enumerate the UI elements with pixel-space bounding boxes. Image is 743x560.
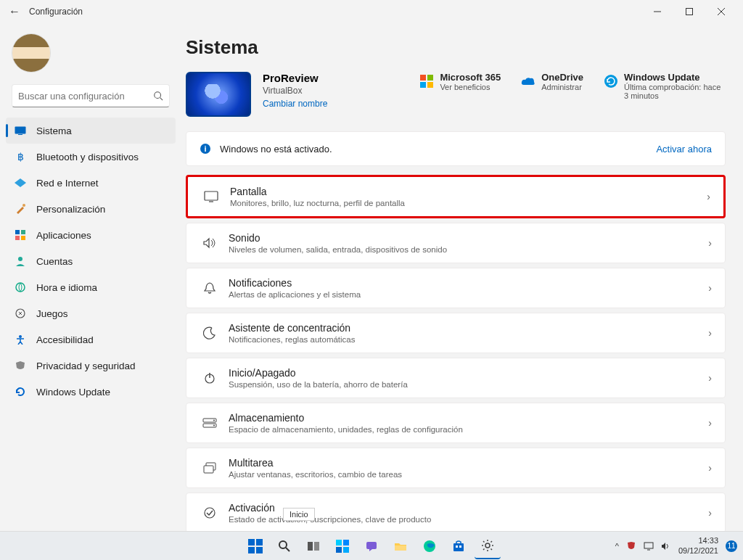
svg-rect-36 (256, 539, 263, 545)
sidebar-item-bluetooth[interactable]: ฿ Bluetooth y dispositivos (6, 144, 176, 170)
chevron-right-icon: › (708, 417, 712, 429)
onedrive-card[interactable]: OneDriveAdministrar (521, 72, 583, 91)
edge-button[interactable] (416, 533, 443, 559)
minimize-button[interactable] (641, 0, 673, 23)
svg-text:i: i (204, 144, 206, 153)
svg-rect-44 (343, 540, 349, 545)
svg-rect-9 (15, 230, 20, 234)
svg-point-34 (205, 508, 215, 518)
svg-point-31 (213, 425, 215, 427)
sidebar-item-label: Aplicaciones (36, 230, 91, 241)
widgets-button[interactable] (329, 533, 356, 559)
maximize-button[interactable] (673, 0, 705, 23)
ms365-card[interactable]: Microsoft 365Ver beneficios (419, 72, 501, 91)
rename-link[interactable]: Cambiar nombre (263, 99, 327, 109)
update-icon (15, 386, 26, 398)
settings-button[interactable] (475, 533, 501, 559)
svg-rect-33 (204, 466, 213, 473)
banner-text: Windows no está activado. (220, 144, 332, 155)
sidebar-item-time[interactable]: Hora e idioma (6, 274, 176, 300)
shield-icon (15, 360, 26, 371)
device-sub: VirtualBox (263, 86, 327, 96)
svg-point-14 (16, 283, 25, 292)
sidebar-item-personalization[interactable]: Personalización (6, 196, 176, 222)
tray-volume-icon[interactable] (661, 542, 671, 551)
svg-rect-43 (336, 540, 342, 545)
notification-badge[interactable]: 11 (726, 540, 737, 552)
start-button[interactable] (242, 533, 268, 559)
sidebar-item-accessibility[interactable]: Accesibilidad (6, 326, 176, 353)
card-storage[interactable]: AlmacenamientoEspacio de almacenamiento,… (186, 403, 726, 443)
ms365-icon (419, 74, 434, 88)
chevron-right-icon: › (708, 282, 712, 294)
svg-point-8 (22, 204, 25, 207)
svg-rect-1 (686, 9, 693, 15)
card-multitask[interactable]: MultitareaAjustar ventanas, escritorios,… (186, 448, 726, 488)
system-icon (15, 125, 26, 136)
close-button[interactable] (705, 0, 737, 23)
page-title: Sistema (186, 36, 726, 59)
chevron-right-icon: › (708, 507, 712, 519)
sidebar-item-gaming[interactable]: Juegos (6, 300, 176, 326)
activate-link[interactable]: Activar ahora (656, 144, 712, 155)
display-icon (201, 191, 221, 202)
user-profile[interactable] (6, 29, 176, 84)
chat-button[interactable] (358, 533, 385, 559)
card-display[interactable]: PantallaMonitores, brillo, luz nocturna,… (186, 175, 726, 218)
tray-display-icon[interactable] (644, 542, 654, 551)
tray-chevron-icon[interactable]: ^ (615, 542, 619, 551)
svg-rect-54 (644, 543, 653, 548)
svg-rect-18 (427, 75, 433, 81)
card-activation[interactable]: ActivaciónEstado de activación, suscripc… (186, 493, 726, 531)
sidebar-item-apps[interactable]: Aplicaciones (6, 222, 176, 248)
update-card[interactable]: Windows UpdateÚltima comprobación: hace … (604, 72, 726, 100)
tooltip: Inicio (283, 508, 315, 521)
svg-rect-11 (15, 236, 20, 240)
card-focus[interactable]: Asistente de concentraciónNotificaciones… (186, 313, 726, 353)
sidebar-item-label: Personalización (36, 204, 105, 215)
svg-point-13 (18, 257, 22, 261)
svg-rect-50 (453, 543, 464, 551)
store-button[interactable] (446, 533, 472, 559)
chevron-right-icon: › (708, 237, 712, 249)
security-icon[interactable] (626, 541, 636, 551)
bluetooth-icon: ฿ (15, 151, 26, 162)
card-notifications[interactable]: NotificacionesAlertas de aplicaciones y … (186, 268, 726, 308)
sidebar-item-privacy[interactable]: Privacidad y seguridad (6, 353, 176, 379)
svg-line-5 (160, 98, 163, 101)
svg-rect-52 (459, 545, 461, 548)
svg-line-40 (286, 548, 290, 551)
taskview-button[interactable] (300, 533, 327, 559)
explorer-button[interactable] (387, 533, 414, 559)
svg-rect-46 (343, 547, 349, 553)
svg-rect-19 (420, 82, 426, 88)
device-thumbnail (186, 72, 251, 117)
sidebar-item-network[interactable]: Red e Internet (6, 170, 176, 196)
sidebar-item-label: Bluetooth y dispositivos (36, 152, 139, 162)
search-input[interactable] (18, 91, 153, 102)
person-icon (15, 255, 26, 267)
chevron-right-icon: › (708, 372, 712, 384)
sidebar-item-update[interactable]: Windows Update (6, 379, 176, 405)
info-icon: i (200, 143, 211, 155)
sidebar-item-label: Sistema (36, 125, 72, 136)
clock[interactable]: 14:33 09/12/2021 (678, 536, 718, 556)
bell-icon (200, 281, 220, 295)
sidebar-item-accounts[interactable]: Cuentas (6, 248, 176, 274)
chevron-right-icon: › (707, 191, 710, 202)
svg-rect-48 (395, 545, 406, 551)
device-name: ProReview (263, 72, 327, 84)
svg-rect-7 (18, 134, 22, 135)
svg-point-4 (155, 92, 161, 99)
search-input-wrapper[interactable] (12, 84, 170, 107)
card-power[interactable]: Inicio/ApagadoSuspensión, uso de la bate… (186, 358, 726, 398)
svg-rect-20 (427, 82, 433, 88)
svg-rect-38 (256, 547, 263, 553)
card-sound[interactable]: SonidoNiveles de volumen, salida, entrad… (186, 223, 726, 263)
search-button[interactable] (271, 533, 297, 559)
sidebar-item-system[interactable]: Sistema (6, 118, 176, 144)
network-icon (15, 177, 26, 189)
back-button[interactable]: ← (6, 5, 23, 18)
storage-icon (200, 418, 220, 428)
sidebar-item-label: Accesibilidad (36, 334, 94, 345)
